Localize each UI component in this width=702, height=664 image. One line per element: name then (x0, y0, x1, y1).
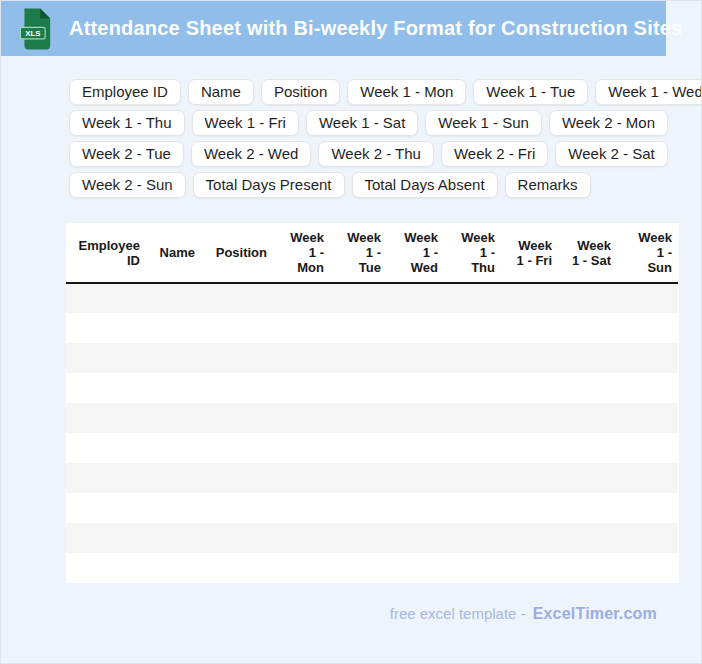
table-cell (146, 313, 201, 343)
table-cell (387, 403, 444, 433)
page: XLS Attendance Sheet with Bi-weekly Form… (0, 0, 702, 664)
table-cell (330, 523, 387, 553)
table-cell (66, 493, 146, 523)
table-cell (201, 523, 273, 553)
table-cell (387, 553, 444, 583)
table-cell (617, 373, 678, 403)
table-cell (201, 283, 273, 313)
table-cell (501, 553, 558, 583)
table-cell (558, 553, 617, 583)
table-row (66, 313, 678, 343)
chip-week-1-tue[interactable]: Week 1 - Tue (473, 79, 588, 105)
col-header-employee-id: EmployeeID (66, 223, 146, 283)
table-cell (66, 343, 146, 373)
col-header-week-1-wed: Week1 -Wed (387, 223, 444, 283)
table-cell (444, 433, 501, 463)
chip-week-2-mon[interactable]: Week 2 - Mon (549, 110, 668, 136)
table-cell (66, 283, 146, 313)
table-cell (501, 283, 558, 313)
column-chips: Employee IDNamePositionWeek 1 - MonWeek … (69, 79, 701, 198)
table-cell (387, 433, 444, 463)
chip-total-days-absent[interactable]: Total Days Absent (352, 172, 498, 198)
chip-week-2-sat[interactable]: Week 2 - Sat (555, 141, 667, 167)
table-cell (558, 433, 617, 463)
chip-row: Week 2 - SunTotal Days PresentTotal Days… (69, 172, 701, 198)
table-cell (146, 463, 201, 493)
table-cell (330, 493, 387, 523)
chip-week-1-fri[interactable]: Week 1 - Fri (192, 110, 299, 136)
table-cell (330, 313, 387, 343)
table-cell (444, 343, 501, 373)
table-cell (201, 313, 273, 343)
col-header-week-1-sun: Week1 -Sun (617, 223, 678, 283)
table-cell (501, 403, 558, 433)
table-cell (501, 343, 558, 373)
table-cell (146, 493, 201, 523)
attendance-table: EmployeeIDNamePositionWeek1 -MonWeek1 -T… (66, 223, 678, 583)
chip-week-1-mon[interactable]: Week 1 - Mon (347, 79, 466, 105)
chip-week-1-sun[interactable]: Week 1 - Sun (425, 110, 542, 136)
chip-week-2-tue[interactable]: Week 2 - Tue (69, 141, 184, 167)
table-cell (617, 523, 678, 553)
chip-total-days-present[interactable]: Total Days Present (193, 172, 345, 198)
title-banner: XLS Attendance Sheet with Bi-weekly Form… (1, 1, 666, 56)
table-cell (444, 373, 501, 403)
table-cell (66, 463, 146, 493)
table-cell (273, 403, 330, 433)
chip-name[interactable]: Name (188, 79, 254, 105)
table-cell (387, 463, 444, 493)
chip-position[interactable]: Position (261, 79, 340, 105)
table-cell (444, 403, 501, 433)
chip-week-2-thu[interactable]: Week 2 - Thu (318, 141, 434, 167)
table-cell (501, 463, 558, 493)
table-cell (66, 523, 146, 553)
table-cell (273, 463, 330, 493)
col-header-week-1-fri: Week1 - Fri (501, 223, 558, 283)
table-row (66, 283, 678, 313)
svg-text:XLS: XLS (25, 29, 40, 38)
chip-week-1-wed[interactable]: Week 1 - Wed (595, 79, 702, 105)
table-cell (617, 493, 678, 523)
table-cell (558, 283, 617, 313)
chip-week-2-sun[interactable]: Week 2 - Sun (69, 172, 186, 198)
brand-link[interactable]: ExcelTimer.com (533, 605, 657, 622)
chip-week-2-wed[interactable]: Week 2 - Wed (191, 141, 311, 167)
table-row (66, 403, 678, 433)
table-cell (146, 403, 201, 433)
table-cell (273, 493, 330, 523)
table-cell (146, 343, 201, 373)
xls-file-icon: XLS (18, 8, 54, 50)
table-cell (201, 463, 273, 493)
table-row (66, 433, 678, 463)
col-header-week-1-tue: Week1 -Tue (330, 223, 387, 283)
table-cell (558, 523, 617, 553)
table-cell (617, 313, 678, 343)
table-cell (387, 373, 444, 403)
col-header-position: Position (201, 223, 273, 283)
chip-week-1-thu[interactable]: Week 1 - Thu (69, 110, 185, 136)
table-cell (273, 373, 330, 403)
table-cell (66, 373, 146, 403)
table-cell (501, 433, 558, 463)
table-cell (387, 283, 444, 313)
chip-week-1-sat[interactable]: Week 1 - Sat (306, 110, 418, 136)
table-cell (330, 553, 387, 583)
table-cell (558, 313, 617, 343)
table-cell (558, 343, 617, 373)
table-cell (273, 433, 330, 463)
table-cell (273, 523, 330, 553)
table-cell (146, 433, 201, 463)
table-cell (444, 463, 501, 493)
table-cell (330, 343, 387, 373)
table-cell (444, 283, 501, 313)
footer: free excel template -ExcelTimer.com (1, 605, 701, 623)
chip-remarks[interactable]: Remarks (505, 172, 591, 198)
table-cell (501, 523, 558, 553)
table-cell (201, 433, 273, 463)
table-cell (387, 493, 444, 523)
chip-week-2-fri[interactable]: Week 2 - Fri (441, 141, 548, 167)
chip-employee-id[interactable]: Employee ID (69, 79, 181, 105)
chip-row: Employee IDNamePositionWeek 1 - MonWeek … (69, 79, 701, 105)
table-cell (201, 403, 273, 433)
table-cell (66, 433, 146, 463)
